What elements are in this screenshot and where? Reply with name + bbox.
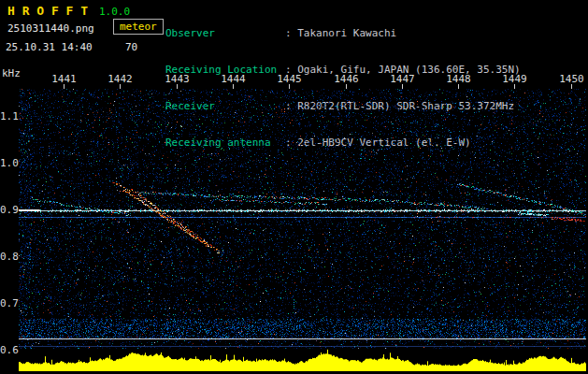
info-row-observer: Observer: Takanori Kawachi: [165, 27, 521, 39]
mode-badge: meteor: [113, 19, 164, 35]
signal-level-canvas: [19, 346, 586, 371]
y-tick-label: 0.7: [0, 297, 18, 309]
x-tick-mark: [177, 84, 178, 89]
x-tick-label: 1446: [333, 73, 360, 85]
y-tick-label: 1.1: [0, 110, 18, 122]
x-tick-mark: [289, 84, 290, 89]
y-tick-label: 0.6: [0, 344, 18, 356]
y-tick-label: 0.8: [0, 251, 18, 263]
x-tick-mark: [458, 84, 459, 89]
info-label: Observer: [165, 27, 285, 39]
spectrogram-canvas: [19, 89, 586, 349]
y-tick-label: 0.9: [0, 204, 18, 216]
output-filename: 2510311440.png: [7, 22, 94, 35]
x-tick-mark: [233, 84, 234, 89]
y-tick-label: 1.0: [0, 157, 18, 169]
x-tick-mark: [402, 84, 403, 89]
datetime-label: 25.10.31 14:40: [6, 41, 93, 53]
x-tick-mark: [571, 84, 572, 89]
hrofft-app: H R O F F T 1.0.0 2510311440.png meteor …: [0, 0, 588, 374]
app-title: H R O F F T: [7, 4, 88, 18]
mode-label: meteor: [120, 21, 157, 33]
x-tick-mark: [346, 84, 347, 89]
y-axis-unit: kHz: [2, 67, 21, 79]
x-tick-mark: [120, 84, 121, 89]
info-value: : Takanori Kawachi: [285, 27, 396, 39]
level-value: 70: [125, 41, 137, 53]
app-version: 1.0.0: [99, 6, 130, 18]
x-tick-mark: [514, 84, 515, 89]
x-tick-mark: [64, 84, 65, 89]
